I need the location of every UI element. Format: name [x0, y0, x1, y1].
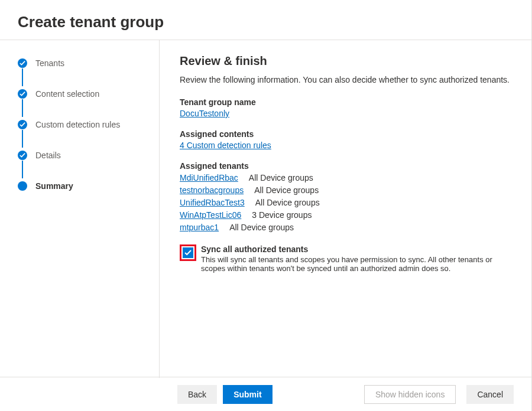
check-icon	[18, 151, 27, 160]
check-icon	[18, 89, 27, 99]
step-tenants[interactable]: Tenants	[18, 57, 159, 70]
review-heading: Review & finish	[180, 54, 514, 68]
sync-checkbox[interactable]	[183, 247, 193, 258]
step-custom-detection-rules[interactable]: Custom detection rules	[18, 118, 159, 131]
current-step-icon	[18, 181, 27, 191]
tenant-scope: All Device groups	[249, 173, 313, 182]
tenant-row: mtpurbac1All Device groups	[180, 221, 514, 234]
step-content-selection[interactable]: Content selection	[18, 87, 159, 100]
main-panel: Review & finish Review the following inf…	[160, 40, 531, 378]
show-hidden-icons-button: Show hidden icons	[364, 385, 456, 404]
step-label: Summary	[35, 181, 73, 191]
tenant-scope: All Device groups	[254, 185, 319, 195]
back-button[interactable]: Back	[177, 385, 217, 404]
highlight-box	[180, 244, 196, 261]
tenant-scope: 3 Device groups	[252, 210, 312, 220]
step-summary[interactable]: Summary	[18, 180, 159, 193]
tenant-row: UnifiedRbacTest3All Device groups	[180, 197, 514, 209]
submit-button[interactable]: Submit	[223, 385, 272, 404]
review-description: Review the following information. You ca…	[180, 75, 514, 84]
tenant-link[interactable]: WinAtpTestLic06	[180, 209, 241, 221]
assigned-contents-link[interactable]: 4 Custom detection rules	[180, 141, 271, 150]
step-label: Details	[35, 151, 61, 160]
sync-checkbox-label: Sync all authorized tenants	[201, 244, 497, 254]
check-icon	[184, 249, 192, 256]
tenant-scope: All Device groups	[229, 223, 294, 232]
tenant-link[interactable]: testnorbacgroups	[180, 184, 244, 197]
assigned-tenants-label: Assigned tenants	[180, 161, 514, 171]
tenant-link[interactable]: mtpurbac1	[180, 221, 219, 234]
check-icon	[18, 58, 27, 68]
step-label: Tenants	[35, 58, 64, 68]
cancel-button[interactable]: Cancel	[466, 385, 514, 404]
tenant-link[interactable]: MdiUnifiedRbac	[180, 172, 238, 184]
tenant-scope: All Device groups	[255, 198, 320, 207]
step-label: Content selection	[35, 89, 99, 99]
tenant-link[interactable]: UnifiedRbacTest3	[180, 197, 245, 209]
step-details[interactable]: Details	[18, 149, 159, 162]
sync-checkbox-description: This will sync all tenants and scopes yo…	[201, 255, 497, 273]
tenant-row: MdiUnifiedRbacAll Device groups	[180, 172, 514, 184]
page-title: Create tenant group	[0, 0, 531, 40]
tenant-row: testnorbacgroupsAll Device groups	[180, 184, 514, 197]
tenant-group-name-link[interactable]: DocuTestonly	[180, 109, 229, 118]
tenant-row: WinAtpTestLic063 Device groups	[180, 209, 514, 221]
step-label: Custom detection rules	[35, 120, 120, 129]
wizard-steps: Tenants Content selection Custom detecti…	[0, 40, 160, 378]
footer: Back Submit Show hidden icons Cancel	[0, 377, 531, 411]
tenant-group-name-label: Tenant group name	[180, 97, 514, 107]
check-icon	[18, 120, 27, 129]
assigned-contents-label: Assigned contents	[180, 129, 514, 139]
